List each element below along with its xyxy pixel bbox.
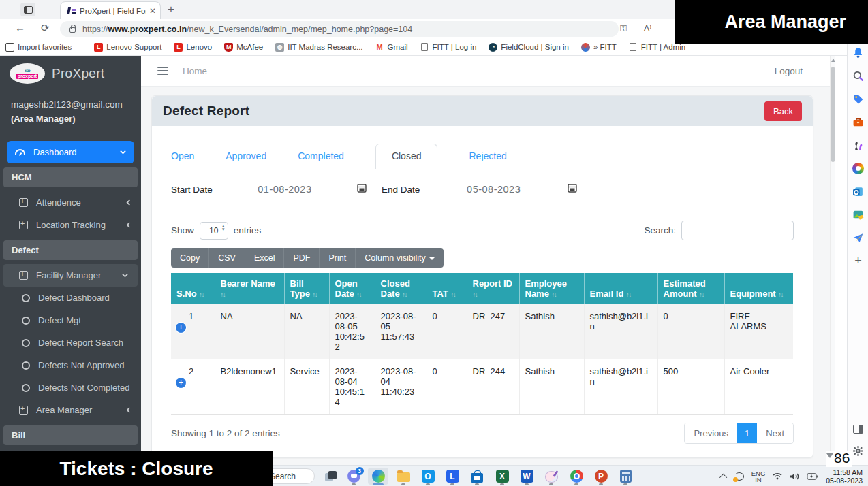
bookmark-lenovo[interactable]: LLenovo [174,43,212,52]
excel-button[interactable]: Excel [245,248,285,268]
games-chess-icon[interactable] [852,139,865,152]
sidebar-item-location-tracking[interactable]: Location Tracking [0,214,141,236]
calculator-icon[interactable] [615,468,636,485]
back-icon[interactable]: ← [15,22,25,33]
column-visibility-button[interactable]: Column visibility [356,248,444,268]
scroll-up-icon[interactable] [831,59,835,62]
tab-actions-button[interactable] [20,3,35,16]
column-header-closed-date[interactable]: Closed Date ↑↓ [375,273,427,304]
next-page-button[interactable]: Next [757,423,793,443]
collections-tag-icon[interactable] [852,93,865,106]
tab-closed[interactable]: Closed [375,144,438,169]
edge-browser-icon[interactable] [368,468,388,485]
tab-approved[interactable]: Approved [226,144,266,169]
excel-icon[interactable]: X [492,468,512,485]
column-header-bill-type[interactable]: Bill Type ↑↓ [284,273,329,304]
tab-open[interactable]: Open [171,144,194,169]
back-button[interactable]: Back [764,101,802,121]
read-aloud-icon[interactable]: A) [644,23,651,33]
lenovo-vantage-icon[interactable]: L [442,468,463,485]
page-scrollbar[interactable] [830,56,835,465]
bookmark-fitt[interactable]: » FITT [581,43,617,52]
sidebar-item-attendence[interactable]: Attendence [0,191,141,214]
microsoft-365-icon[interactable] [852,162,865,175]
expand-row-icon[interactable]: + [176,323,186,333]
calendar-icon[interactable] [568,183,577,195]
bookmark-import-favorites[interactable]: Import favorites [5,43,72,52]
bookmark-iit-madras[interactable]: ◍IIT Madras Researc... [275,43,362,52]
expand-row-icon[interactable]: + [176,378,186,388]
taskbar-clock[interactable]: 11:58 AM05-08-2023 [826,468,863,485]
settings-gear-icon[interactable] [852,444,865,457]
pdf-button[interactable]: PDF [284,248,320,268]
column-header-tat[interactable]: TAT ↑↓ [427,273,467,304]
refresh-icon[interactable]: ⟳ [41,22,50,34]
browser-tab[interactable]: ProXpert | Field Force Automation ✕ [60,1,161,19]
paint-icon[interactable] [541,468,561,485]
search-input[interactable] [681,221,794,240]
bookmark-lenovo-support[interactable]: LLenovo Support [94,43,161,52]
image-designer-icon[interactable] [852,208,865,221]
microsoft-store-icon[interactable] [467,468,487,485]
close-tab-icon[interactable]: ✕ [149,6,156,16]
sidebar-item-defect-mgt[interactable]: Defect Mgt [0,309,141,331]
bookmark-gmail[interactable]: MGmail [375,43,408,52]
csv-button[interactable]: CSV [209,248,245,268]
bookmark-fitt-login[interactable]: FITT | Log in [420,43,477,52]
column-header-sno[interactable]: S.No ↑↓ [171,273,215,304]
copy-button[interactable]: Copy [171,248,209,268]
hidden-icons-chevron[interactable] [722,474,727,479]
search-icon[interactable] [852,69,865,82]
sidebar-item-defect-report-search[interactable]: Defect Report Search [0,331,141,354]
address-bar[interactable]: https://www.proxpert.co.in/new_k_Eversen… [60,21,619,37]
logout-link[interactable]: Logout [775,66,803,76]
notifications-bell-icon[interactable] [852,46,865,59]
drop-paper-plane-icon[interactable] [852,231,865,244]
language-indicator[interactable]: ENGIN [751,470,766,483]
sidebar-item-facility-manager[interactable]: Facility Manager [3,264,138,287]
column-header-email-id[interactable]: Email Id ↑↓ [584,273,657,304]
page-1-button[interactable]: 1 [737,423,757,443]
outlook-app-icon[interactable]: O [418,468,438,485]
powerpoint-icon[interactable]: P [591,468,611,485]
column-header-equipment[interactable]: Equipment ↑↓ [724,273,793,304]
tab-rejected[interactable]: Rejected [469,144,506,169]
tab-completed[interactable]: Completed [298,144,344,169]
chat-teams-icon[interactable]: 3 [343,468,364,485]
word-icon[interactable]: W [516,468,537,485]
start-date-field[interactable]: Start Date 01-08-2023 [171,183,367,204]
column-header-bearer-name[interactable]: Bearer Name ↑↓ [215,273,284,304]
outlook-icon[interactable] [852,185,865,198]
sidebar-item-dashboard[interactable]: Dashboard [7,141,134,163]
scrollbar-thumb[interactable] [831,67,835,162]
page-size-select[interactable]: 10▲▼ [200,222,228,240]
end-date-value[interactable]: 05-08-2023 [467,184,521,195]
bookmark-mcafee[interactable]: MMcAfee [224,43,263,52]
end-date-field[interactable]: End Date 05-08-2023 [382,183,577,204]
bookmark-fieldcloud[interactable]: ◔FieldCloud | Sign in [489,43,569,52]
column-header-open-date[interactable]: Open Date ↑↓ [329,273,375,304]
sidebar-item-defect-dashboard[interactable]: Defect Dashboard [0,287,141,309]
add-plus-icon[interactable]: + [852,255,865,268]
sidebar-item-defects-not-completed[interactable]: Defects Not Completed [0,376,141,399]
wifi-icon[interactable] [773,472,782,480]
previous-page-button[interactable]: Previous [685,423,737,443]
calendar-icon[interactable] [357,183,367,195]
hamburger-menu-icon[interactable] [157,67,168,75]
sidebar-item-defects-not-approved[interactable]: Defects Not Approved [0,354,141,376]
sidebar-panel-icon[interactable] [852,423,865,436]
column-header-estimated-amount[interactable]: Estimated Amount ↑↓ [657,273,724,304]
chrome-icon[interactable] [566,468,587,485]
battery-icon[interactable] [807,473,818,480]
home-link[interactable]: Home [183,66,207,76]
password-key-icon[interactable]: ⚿ [620,23,627,34]
new-tab-button[interactable]: + [168,3,174,16]
volume-icon[interactable] [790,472,799,481]
start-date-value[interactable]: 01-08-2023 [258,184,311,195]
tools-briefcase-icon[interactable] [852,116,865,129]
column-header-report-id[interactable]: Report ID ↑↓ [467,273,519,304]
sync-update-icon[interactable] [734,472,744,481]
sidebar-item-area-manager[interactable]: Area Manager [0,399,141,421]
column-header-employee-name[interactable]: Employee Name ↑↓ [519,273,584,304]
print-button[interactable]: Print [320,248,356,268]
